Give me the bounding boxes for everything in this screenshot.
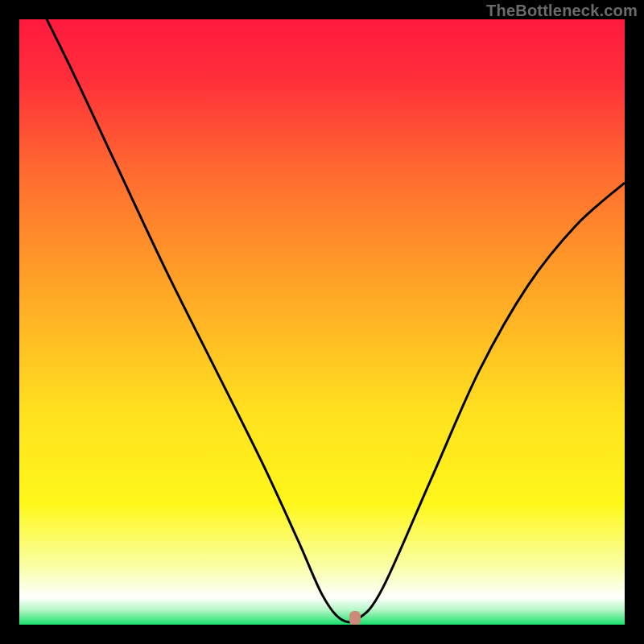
attribution-label: TheBottleneck.com	[486, 2, 638, 20]
plot-area	[19, 19, 625, 625]
bottleneck-curve	[19, 19, 625, 625]
chart-container: TheBottleneck.com	[0, 0, 644, 644]
optimal-point-marker	[349, 611, 361, 625]
